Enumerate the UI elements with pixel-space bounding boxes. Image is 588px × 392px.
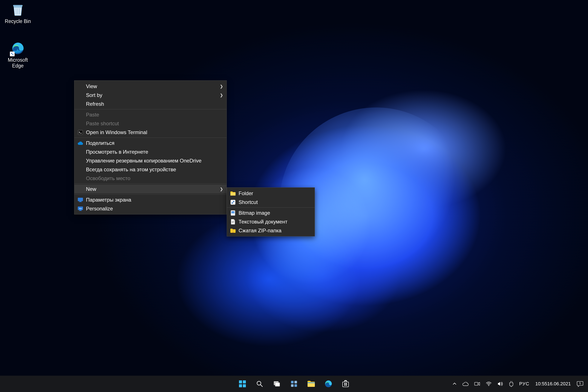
svg-rect-22: [294, 381, 297, 384]
store-icon: [342, 380, 350, 388]
terminal-icon: [77, 130, 84, 136]
tray-overflow-button[interactable]: [450, 378, 460, 390]
desktop-icon-label: Recycle Bin: [2, 18, 34, 24]
tray-volume[interactable]: [495, 378, 506, 390]
menu-item-paste-shortcut: Paste shortcut: [74, 119, 226, 128]
menu-item-display-settings[interactable]: Параметры экрана: [74, 195, 226, 204]
folder-icon: [230, 190, 236, 196]
svg-rect-0: [13, 5, 22, 6]
widgets-button[interactable]: [286, 378, 302, 390]
onedrive-icon: [77, 140, 84, 146]
menu-item-label: Просмотреть в Интернете: [86, 149, 148, 155]
chevron-right-icon: ❯: [220, 93, 223, 98]
tray-clock[interactable]: 10:55 16.06.2021: [532, 378, 574, 390]
start-button[interactable]: [235, 378, 250, 390]
new-submenu: Folder Shortcut Bitmap image Текстовый д…: [227, 188, 315, 236]
svg-line-18: [260, 385, 262, 387]
svg-rect-32: [474, 382, 478, 385]
menu-separator: [74, 109, 226, 110]
svg-rect-7: [80, 210, 81, 210]
taskbar: РУС 10:55 16.06.2021 5: [0, 376, 588, 392]
task-view-icon: [273, 380, 280, 388]
submenu-item-zip-folder[interactable]: Сжатая ZIP-папка: [227, 226, 315, 235]
recycle-bin-icon: [10, 2, 25, 17]
menu-item-manage-backup[interactable]: Управление резервным копированием OneDri…: [74, 156, 226, 165]
menu-item-label: Bitmap image: [238, 210, 270, 216]
text-document-icon: [230, 219, 236, 225]
tray-language[interactable]: РУС: [517, 378, 532, 390]
search-button[interactable]: [252, 378, 267, 390]
clock-time: 10:55: [535, 381, 547, 387]
wifi-icon: [486, 381, 492, 386]
menu-item-free-space: Освободить место: [74, 174, 226, 183]
taskbar-center: [235, 378, 353, 390]
menu-item-always-keep[interactable]: Всегда сохранять на этом устройстве: [74, 165, 226, 174]
menu-item-refresh[interactable]: Refresh: [74, 100, 226, 108]
menu-item-label: Sort by: [86, 92, 102, 98]
menu-item-label: Folder: [238, 190, 253, 196]
meet-now-icon: [474, 382, 480, 386]
menu-item-view-online[interactable]: Просмотреть в Интернете: [74, 148, 226, 156]
tray-meet-now[interactable]: [472, 378, 483, 390]
menu-item-view[interactable]: View ❯: [74, 82, 226, 91]
menu-separator: [74, 138, 226, 138]
file-explorer-button[interactable]: [304, 378, 319, 390]
menu-item-label: Текстовый документ: [238, 219, 288, 225]
chevron-right-icon: ❯: [220, 84, 223, 89]
edge-icon: [10, 41, 25, 56]
tray-onedrive[interactable]: [460, 378, 471, 390]
svg-rect-14: [243, 380, 246, 384]
submenu-item-shortcut[interactable]: Shortcut: [227, 198, 315, 206]
svg-rect-27: [342, 382, 348, 387]
menu-item-open-terminal[interactable]: Open in Windows Terminal: [74, 128, 226, 137]
search-icon: [256, 380, 263, 388]
task-view-button[interactable]: [269, 378, 284, 390]
svg-rect-16: [243, 384, 246, 387]
svg-rect-21: [291, 381, 294, 384]
menu-item-sort-by[interactable]: Sort by ❯: [74, 91, 226, 100]
svg-rect-13: [239, 380, 242, 384]
menu-item-label: Paste shortcut: [86, 120, 119, 126]
menu-item-label: Параметры экрана: [86, 197, 131, 203]
volume-icon: [497, 381, 503, 386]
menu-item-label: View: [86, 84, 97, 90]
svg-rect-23: [291, 384, 294, 387]
edge-icon: [324, 380, 332, 388]
menu-item-personalize[interactable]: Personalize: [74, 204, 226, 213]
power-icon: [509, 380, 514, 387]
edge-button[interactable]: [321, 378, 336, 390]
menu-item-paste: Paste: [74, 110, 226, 119]
menu-item-label: Personalize: [86, 206, 113, 212]
svg-rect-29: [346, 383, 347, 384]
desktop-icon-recycle-bin[interactable]: Recycle Bin: [2, 2, 34, 24]
menu-item-label: Освободить место: [86, 175, 130, 182]
svg-rect-28: [344, 383, 345, 384]
personalize-icon: [77, 206, 84, 212]
svg-rect-8: [79, 210, 82, 211]
shortcut-icon: [230, 199, 236, 205]
language-label: РУС: [519, 381, 529, 387]
onedrive-icon: [462, 382, 468, 386]
menu-item-label: Shortcut: [238, 199, 258, 205]
svg-rect-2: [78, 130, 83, 134]
desktop-icon-microsoft-edge[interactable]: Microsoft Edge: [2, 41, 34, 69]
tray-power[interactable]: [506, 378, 516, 390]
menu-item-label: Поделиться: [86, 140, 114, 146]
svg-rect-4: [80, 201, 81, 202]
tray-action-center[interactable]: 5: [574, 378, 586, 390]
microsoft-store-button[interactable]: [338, 378, 353, 390]
svg-rect-30: [344, 384, 345, 386]
submenu-item-bitmap[interactable]: Bitmap image: [227, 208, 315, 217]
menu-item-label: Управление резервным копированием OneDri…: [86, 158, 202, 164]
file-explorer-icon: [307, 380, 315, 388]
menu-item-share[interactable]: Поделиться: [74, 138, 226, 148]
svg-rect-5: [79, 202, 82, 202]
menu-item-new[interactable]: New ❯: [74, 184, 226, 194]
submenu-item-folder[interactable]: Folder: [227, 189, 315, 198]
chevron-up-icon: [452, 382, 457, 386]
submenu-item-text-document[interactable]: Текстовый документ: [227, 217, 315, 226]
tray-wifi[interactable]: [483, 378, 494, 390]
menu-item-label: New: [86, 186, 96, 192]
chevron-right-icon: ❯: [220, 187, 223, 192]
action-center-icon: 5: [577, 381, 583, 387]
